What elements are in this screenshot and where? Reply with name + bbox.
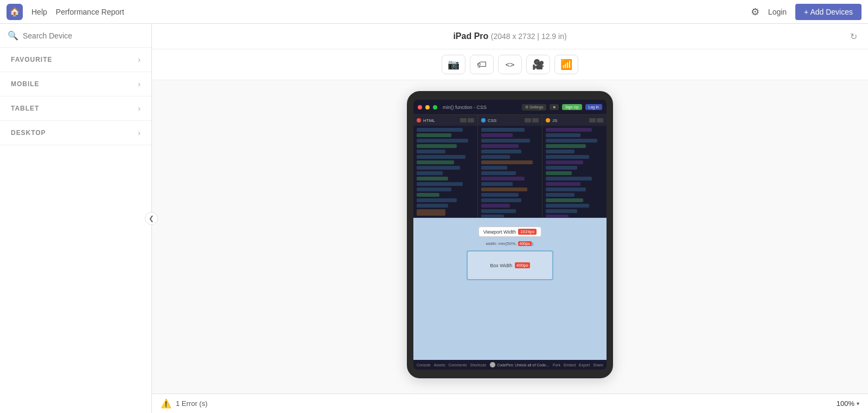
code-line bbox=[546, 215, 569, 217]
code-line bbox=[546, 133, 580, 137]
sidebar-collapse-button[interactable]: ❮ bbox=[145, 212, 158, 225]
zoom-control[interactable]: 100% ▾ bbox=[837, 399, 859, 408]
screenshot-button[interactable]: 📷 bbox=[442, 55, 465, 74]
js-panel-header: JS bbox=[542, 115, 607, 126]
run-button[interactable]: Sign Up bbox=[562, 104, 582, 110]
viewport-value: 1024px bbox=[518, 229, 537, 235]
chevron-right-icon: › bbox=[138, 55, 141, 64]
code-line bbox=[417, 160, 454, 164]
code-line bbox=[417, 209, 445, 216]
code-line bbox=[481, 166, 507, 170]
ipad-frame: min() function - CSS ⚙ Settings ■ Sign U… bbox=[407, 91, 613, 378]
login-button[interactable]: Log In bbox=[585, 104, 602, 110]
js-panel: JS bbox=[542, 115, 607, 217]
nav-logo[interactable]: 🏠 bbox=[7, 4, 23, 20]
sidebar-item-label: FAVOURITE bbox=[11, 56, 52, 63]
sidebar-item-tablet[interactable]: TABLET › bbox=[0, 96, 151, 121]
code-line bbox=[417, 171, 443, 175]
code-line bbox=[417, 188, 451, 191]
formula-highlight: 400px bbox=[518, 241, 532, 246]
html-label: HTML bbox=[423, 118, 435, 123]
html-panel-header: HTML bbox=[413, 115, 477, 126]
device-title: iPad Pro (2048 x 2732 | 12.9 in) bbox=[453, 31, 566, 41]
nav-link-perf-report[interactable]: Performance Report bbox=[56, 8, 124, 16]
export-btn[interactable]: Export bbox=[579, 363, 590, 367]
camera-icon: 📷 bbox=[448, 59, 459, 70]
share-btn[interactable]: Share bbox=[593, 363, 603, 367]
login-link[interactable]: Login bbox=[768, 8, 787, 16]
ide-dark-btn[interactable]: ■ bbox=[550, 104, 558, 110]
topbar-dot-green bbox=[433, 105, 437, 109]
ide-panels: HTML bbox=[413, 115, 607, 218]
search-icon: 🔍 bbox=[8, 30, 18, 41]
comments-tab[interactable]: Comments bbox=[449, 363, 467, 367]
error-text: 1 Error (s) bbox=[176, 399, 208, 408]
code-line bbox=[546, 198, 583, 202]
refresh-icon[interactable]: ↻ bbox=[850, 31, 857, 42]
ide-title: min() function - CSS bbox=[443, 105, 519, 110]
code-line bbox=[481, 182, 513, 186]
sidebar-item-desktop[interactable]: DESKTOP › bbox=[0, 121, 151, 145]
code-line bbox=[481, 209, 516, 213]
chevron-down-icon: ▾ bbox=[857, 401, 859, 406]
chevron-left-icon: ❮ bbox=[149, 215, 154, 222]
wifi-icon: 📶 bbox=[560, 59, 572, 70]
code-line bbox=[481, 177, 525, 180]
zoom-level: 100% bbox=[837, 399, 854, 408]
html-panel: HTML bbox=[413, 115, 478, 217]
assets-tab[interactable]: Assets bbox=[434, 363, 445, 367]
status-bar: ⚠️ 1 Error (s) 100% ▾ bbox=[152, 393, 868, 413]
chevron-right-icon: › bbox=[138, 80, 141, 88]
device-frame-area[interactable]: min() function - CSS ⚙ Settings ■ Sign U… bbox=[152, 80, 868, 393]
settings-button[interactable]: ⚙ Settings bbox=[522, 104, 546, 111]
chevron-right-icon: › bbox=[138, 128, 141, 137]
code-line bbox=[481, 133, 513, 137]
code-button[interactable]: <> bbox=[498, 55, 522, 74]
action-btn bbox=[525, 118, 531, 122]
code-line bbox=[417, 150, 445, 153]
nav-links: Help Performance Report bbox=[31, 8, 124, 16]
action-btn bbox=[460, 118, 467, 122]
width-formula: width: min(50%, 400px); bbox=[486, 241, 534, 246]
topbar-dot-red bbox=[418, 105, 422, 109]
code-line bbox=[546, 204, 589, 208]
code-line bbox=[546, 188, 586, 191]
code-line bbox=[417, 182, 463, 186]
nav-link-help[interactable]: Help bbox=[31, 8, 47, 16]
code-line bbox=[481, 215, 504, 217]
code-icon: <> bbox=[506, 60, 515, 69]
device-header: iPad Pro (2048 x 2732 | 12.9 in) ↻ bbox=[152, 24, 868, 49]
code-line bbox=[546, 139, 597, 143]
label-button[interactable]: 🏷 bbox=[470, 55, 494, 74]
search-input[interactable] bbox=[23, 31, 144, 40]
action-btn bbox=[468, 118, 474, 122]
codepen-text: CodePen: Unlock all of Code... bbox=[497, 363, 549, 367]
code-line bbox=[546, 182, 580, 186]
embed-btn[interactable]: Embed bbox=[564, 363, 576, 367]
wifi-button[interactable]: 📶 bbox=[554, 55, 578, 74]
top-nav: 🏠 Help Performance Report ⚙ Login + Add … bbox=[0, 0, 868, 24]
box-demo: Box Width 400px bbox=[467, 250, 553, 280]
code-line bbox=[417, 144, 457, 148]
code-line bbox=[546, 166, 577, 170]
code-line bbox=[481, 128, 525, 132]
error-icon: ⚠️ bbox=[161, 398, 171, 409]
js-code bbox=[542, 126, 607, 217]
action-btn bbox=[589, 118, 596, 122]
shortcuts-tab[interactable]: Shortcuts bbox=[470, 363, 487, 367]
gear-icon[interactable]: ⚙ bbox=[751, 6, 760, 18]
add-devices-button[interactable]: + Add Devices bbox=[795, 4, 861, 20]
video-button[interactable]: 🎥 bbox=[526, 55, 550, 74]
fork-btn[interactable]: Fork bbox=[553, 363, 560, 367]
css-actions bbox=[525, 118, 539, 122]
code-line bbox=[546, 177, 592, 180]
css-dot bbox=[481, 118, 486, 122]
code-line bbox=[481, 139, 530, 143]
sidebar-item-favourite[interactable]: FAVOURITE › bbox=[0, 48, 151, 72]
sidebar-item-mobile[interactable]: MOBILE › bbox=[0, 72, 151, 96]
box-label-text: Box Width bbox=[490, 263, 512, 268]
code-line bbox=[546, 209, 577, 213]
console-tab[interactable]: Console bbox=[417, 363, 431, 367]
code-line bbox=[481, 144, 519, 148]
code-line bbox=[481, 188, 527, 191]
